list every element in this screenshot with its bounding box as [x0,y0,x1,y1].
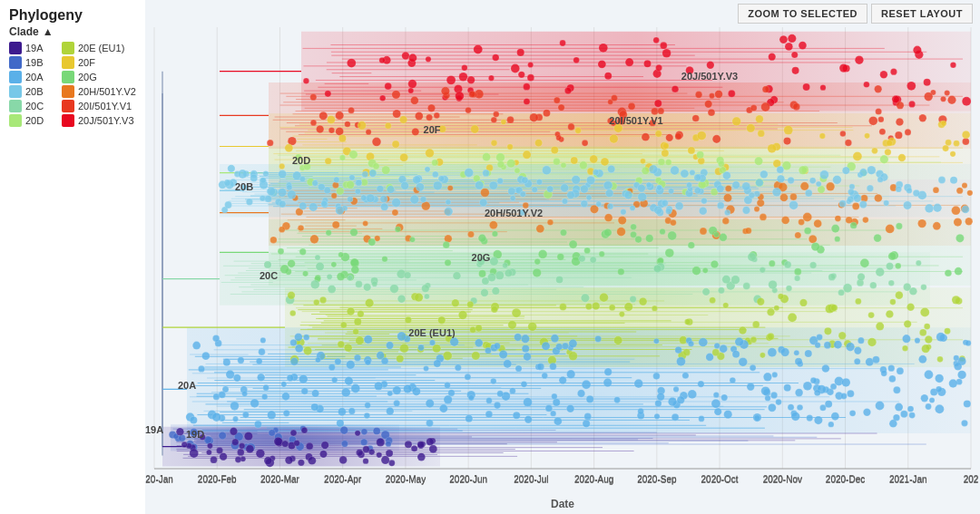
legend-swatch [62,114,74,127]
legend-item: 20D [9,114,54,127]
chart-area[interactable]: Date [145,0,980,514]
legend-swatch [62,85,74,98]
legend-item: 20H/501Y.V2 [62,85,136,98]
legend-item: 20C [9,100,54,112]
legend-item: 20G [62,71,136,83]
legend-item: 19B [9,56,54,69]
legend-swatch [9,114,22,127]
legend-item: 20I/501Y.V1 [62,100,136,112]
legend-item-label: 20G [78,72,97,82]
legend-item-label: 20F [78,57,95,68]
legend-swatch [9,56,22,69]
legend-item-label: 20J/501Y.V3 [78,115,134,126]
zoom-to-selected-button[interactable]: ZOOM TO SELECTED [738,4,867,24]
legend-item-label: 19B [25,57,44,68]
legend-item-label: 19A [25,43,44,53]
legend-item: 20J/501Y.V3 [62,114,136,127]
legend-swatch [62,71,74,83]
clade-label: Clade [9,25,39,38]
legend-item: 20B [9,85,54,98]
legend-swatch [62,42,74,54]
legend-item-label: 20E (EU1) [78,43,124,53]
legend-item: 20A [9,71,54,83]
legend-item-label: 20A [25,72,44,82]
legend-item-label: 20B [25,86,44,97]
legend-grid: 19A20E (EU1)19B20F20A20G20B20H/501Y.V220… [9,42,136,127]
legend-item: 20E (EU1) [62,42,136,54]
reset-layout-button[interactable]: RESET LAYOUT [871,4,973,24]
legend-swatch [62,56,74,69]
legend-swatch [9,42,22,54]
legend-title: Phylogeny [9,7,136,24]
legend-item: 19A [9,42,54,54]
legend-item-label: 20H/501Y.V2 [78,86,136,97]
legend-item-label: 20I/501Y.V1 [78,101,132,112]
legend-item-label: 20D [25,115,44,126]
legend-swatch [62,100,74,112]
x-axis-label: Date [551,498,574,510]
legend-item: 20F [62,56,136,69]
legend-item-label: 20C [25,101,44,112]
legend-swatch [9,85,22,98]
legend-swatch [9,100,22,112]
sort-icon: ▲ [43,25,54,38]
legend-swatch [9,71,22,83]
clade-header[interactable]: Clade ▲ [9,25,136,38]
